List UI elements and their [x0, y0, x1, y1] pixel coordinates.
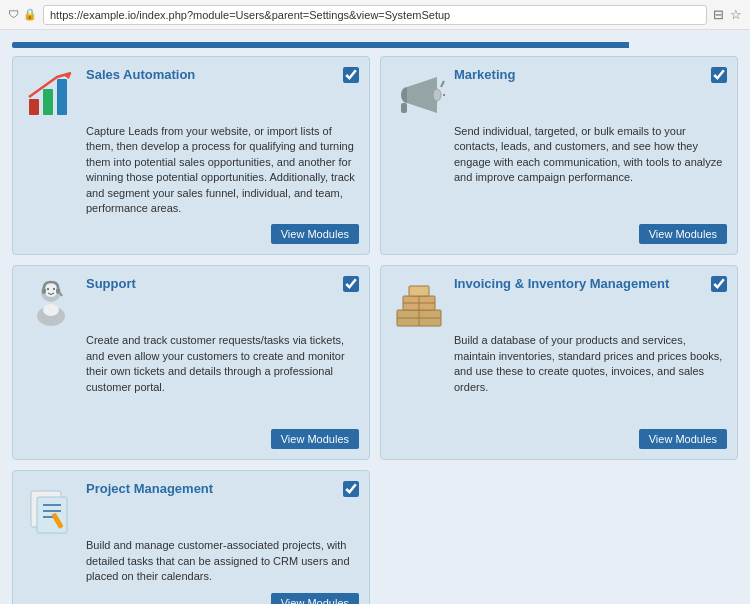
- module-title-area-marketing: Marketing: [454, 67, 727, 83]
- sales-automation-checkbox[interactable]: [343, 67, 359, 83]
- invoicing-checkbox[interactable]: [711, 276, 727, 292]
- invoicing-title: Invoicing & Inventory Management: [454, 276, 669, 291]
- sales-automation-description: Capture Leads from your website, or impo…: [86, 124, 359, 216]
- modules-grid: Sales Automation Capture Leads from your…: [12, 56, 738, 460]
- support-icon: [23, 276, 78, 331]
- project-management-view-modules-button[interactable]: View Modules: [271, 593, 359, 604]
- marketing-view-modules-button[interactable]: View Modules: [639, 224, 727, 244]
- main-content: Sales Automation Capture Leads from your…: [0, 30, 750, 604]
- support-checkbox[interactable]: [343, 276, 359, 292]
- marketing-icon: [391, 67, 446, 122]
- svg-rect-2: [57, 79, 67, 115]
- module-title-area-sales: Sales Automation: [86, 67, 359, 83]
- security-icons: 🛡 🔒: [8, 8, 37, 21]
- module-card-support: Support Create and track customer reques…: [12, 265, 370, 460]
- marketing-checkbox[interactable]: [711, 67, 727, 83]
- module-header-marketing: Marketing: [391, 67, 727, 122]
- svg-rect-27: [409, 286, 429, 296]
- star-icon[interactable]: ☆: [730, 7, 742, 22]
- support-view-modules-button[interactable]: View Modules: [271, 429, 359, 449]
- module-card-marketing: Marketing Send individual, targeted, or …: [380, 56, 738, 255]
- marketing-description: Send individual, targeted, or bulk email…: [454, 124, 727, 216]
- svg-rect-1: [43, 89, 53, 115]
- project-management-icon: [23, 481, 78, 536]
- sales-automation-title: Sales Automation: [86, 67, 195, 82]
- svg-rect-14: [42, 288, 46, 294]
- support-description: Create and track customer requests/tasks…: [86, 333, 359, 421]
- marketing-title: Marketing: [454, 67, 515, 82]
- browser-action-icons: ⊟ ☆: [713, 7, 742, 22]
- svg-point-18: [43, 304, 59, 316]
- module-card-sales-automation: Sales Automation Capture Leads from your…: [12, 56, 370, 255]
- bottom-row: Project Management Build and manage cust…: [12, 470, 738, 604]
- browser-chrome: 🛡 🔒 https://example.io/index.php?module=…: [0, 0, 750, 30]
- project-management-checkbox[interactable]: [343, 481, 359, 497]
- module-header-support: Support: [23, 276, 359, 331]
- url-bar[interactable]: https://example.io/index.php?module=User…: [43, 5, 707, 25]
- module-title-area-support: Support: [86, 276, 359, 292]
- sales-automation-view-modules-button[interactable]: View Modules: [271, 224, 359, 244]
- invoicing-footer: View Modules: [391, 421, 727, 449]
- support-title: Support: [86, 276, 136, 291]
- module-header-invoicing: Invoicing & Inventory Management: [391, 276, 727, 331]
- scroll-indicator: [12, 42, 738, 48]
- svg-rect-6: [401, 103, 407, 113]
- bookmark-icon[interactable]: ⊟: [713, 7, 724, 22]
- module-title-area-project: Project Management: [86, 481, 359, 497]
- support-footer: View Modules: [23, 421, 359, 449]
- invoicing-view-modules-button[interactable]: View Modules: [639, 429, 727, 449]
- svg-rect-0: [29, 99, 39, 115]
- url-text: https://example.io/index.php?module=User…: [50, 9, 450, 21]
- svg-point-7: [433, 89, 441, 101]
- module-card-invoicing: Invoicing & Inventory Management Build a…: [380, 265, 738, 460]
- inventory-icon: [391, 276, 446, 331]
- module-header-project: Project Management: [23, 481, 359, 536]
- svg-rect-15: [56, 288, 60, 294]
- lock-icon: 🔒: [23, 8, 37, 21]
- module-header-sales: Sales Automation: [23, 67, 359, 122]
- invoicing-description: Build a database of your products and se…: [454, 333, 727, 421]
- module-card-project: Project Management Build and manage cust…: [12, 470, 370, 604]
- project-management-footer: View Modules: [23, 585, 359, 604]
- svg-line-8: [441, 81, 444, 87]
- marketing-footer: View Modules: [391, 216, 727, 244]
- shield-icon: 🛡: [8, 8, 19, 21]
- project-management-title: Project Management: [86, 481, 213, 496]
- sales-automation-icon: [23, 67, 78, 122]
- svg-point-13: [53, 288, 55, 290]
- sales-automation-footer: View Modules: [23, 216, 359, 244]
- svg-point-12: [47, 288, 49, 290]
- module-title-area-invoicing: Invoicing & Inventory Management: [454, 276, 727, 292]
- project-management-description: Build and manage customer-associated pro…: [86, 538, 359, 584]
